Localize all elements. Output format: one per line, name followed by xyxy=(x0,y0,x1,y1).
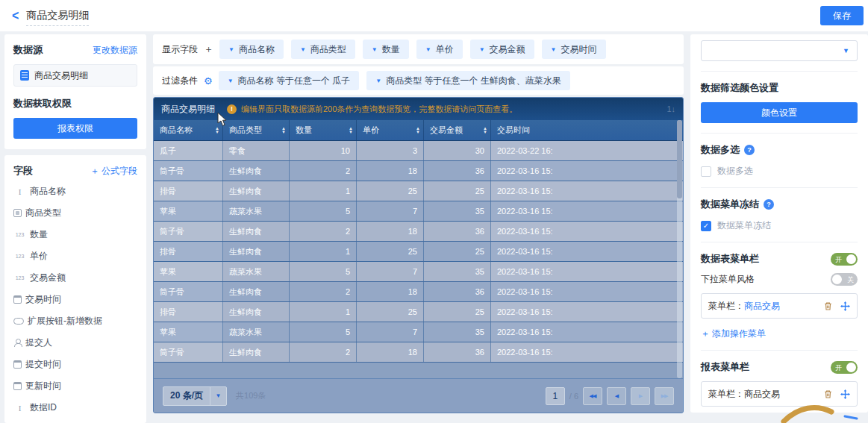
display-field-chip[interactable]: ▼交易时间 xyxy=(542,40,606,59)
person-icon xyxy=(13,339,22,347)
color-section-title: 数据筛选颜色设置 xyxy=(701,81,858,95)
table-cell: 筒子骨 xyxy=(154,282,223,301)
formula-field-label: 公式字段 xyxy=(102,165,137,178)
dropdown-style-toggle[interactable]: 关 xyxy=(831,273,858,286)
datasource-item[interactable]: 商品交易明细 xyxy=(13,64,137,87)
field-item[interactable]: 商品类型 xyxy=(13,202,137,224)
scrollbar-thumb[interactable] xyxy=(677,120,682,198)
field-item[interactable]: 提交时间 xyxy=(13,354,137,375)
table-row[interactable]: 排骨生鲜肉食125252022-03-16 15: xyxy=(154,302,683,322)
add-display-field-button[interactable]: ＋ xyxy=(204,43,213,56)
last-page-button[interactable]: ▶▶ xyxy=(655,387,674,405)
filter-chip[interactable]: ▼商品名称 等于任意一个 瓜子 xyxy=(219,71,360,90)
table-cell: 25 xyxy=(357,242,424,261)
display-field-chip[interactable]: ▼商品名称 xyxy=(219,40,284,59)
current-page-input[interactable]: 1 xyxy=(546,387,565,405)
chevron-down-icon: ▼ xyxy=(300,46,306,53)
field-label: 商品类型 xyxy=(25,207,61,219)
prev-page-button[interactable]: ◀ xyxy=(607,387,626,405)
report-permission-button[interactable]: 报表权限 xyxy=(13,118,137,139)
table-row[interactable]: 排骨生鲜肉食125252022-03-16 15: xyxy=(154,181,683,201)
table-cell: 18 xyxy=(357,282,424,301)
field-item[interactable]: 更新时间 xyxy=(13,375,137,397)
sort-icon[interactable]: ▲▼ xyxy=(349,127,353,134)
table-row[interactable]: 排骨生鲜肉食125252022-03-16 15: xyxy=(154,242,683,262)
field-label: 更新时间 xyxy=(25,380,61,392)
table-menu-item[interactable]: 菜单栏： 商品交易 xyxy=(701,293,858,319)
date-icon xyxy=(13,382,22,390)
add-action-menu-link[interactable]: ＋ 添加操作菜单 xyxy=(701,328,766,340)
first-page-button[interactable]: ◀◀ xyxy=(583,387,602,405)
field-item[interactable]: 交易时间 xyxy=(13,289,137,310)
main-layout: 数据源 更改数据源 商品交易明细 数据获取权限 报表权限 字段 ＋ 公式字段 xyxy=(0,31,868,423)
table-cell: 筒子骨 xyxy=(154,342,223,362)
column-header[interactable]: 交易时间 xyxy=(491,120,684,140)
change-datasource-link[interactable]: 更改数据源 xyxy=(93,44,137,57)
table-row[interactable]: 瓜子零食103302022-03-22 16: xyxy=(154,141,683,161)
next-page-button[interactable]: ▶ xyxy=(631,387,650,405)
display-field-chip[interactable]: ▼单价 xyxy=(416,40,463,59)
move-icon[interactable] xyxy=(840,389,850,399)
checkbox-checked-icon[interactable]: ✓ xyxy=(701,221,711,231)
vertical-scrollbar[interactable] xyxy=(677,120,682,378)
column-header[interactable]: 商品名称▲▼ xyxy=(154,120,223,140)
checkbox-unchecked-icon[interactable] xyxy=(701,166,711,177)
table-row[interactable]: 筒子骨生鲜肉食218362022-03-16 15: xyxy=(154,342,683,363)
field-item[interactable]: 提交人 xyxy=(13,332,137,354)
field-item[interactable]: I数据ID xyxy=(13,397,137,419)
table-row[interactable]: 筒子骨生鲜肉食218362022-03-16 15: xyxy=(154,222,683,242)
field-item[interactable]: 123数量 xyxy=(13,224,137,245)
table-row[interactable]: 苹果蔬菜水果57352022-03-16 15: xyxy=(154,201,683,222)
plus-icon: ＋ xyxy=(701,328,710,340)
table-cell: 25 xyxy=(424,181,491,201)
save-button[interactable]: 保存 xyxy=(820,6,864,25)
table-row[interactable]: 筒子骨生鲜肉食218362022-03-16 15: xyxy=(154,282,683,302)
field-item[interactable]: I商品名称 xyxy=(13,181,137,202)
back-button[interactable]: < xyxy=(12,8,19,24)
column-header[interactable]: 单价▲▼ xyxy=(357,120,424,140)
table-menu-toggle[interactable]: 开 xyxy=(831,253,858,266)
table-cell: 35 xyxy=(424,262,491,281)
preview-title-bar: 商品交易明细 ! 编辑界面只取数据源前200条作为查询数据预览，完整数据请访问页… xyxy=(154,98,683,120)
field-label: 提交人 xyxy=(25,336,52,349)
column-header-label: 单价 xyxy=(363,125,379,136)
freeze-checkbox-label: 数据菜单冻结 xyxy=(717,219,771,232)
chevron-down-icon: ▼ xyxy=(425,46,431,53)
table-cell: 2 xyxy=(290,342,357,362)
help-icon[interactable]: ? xyxy=(764,199,774,210)
report-menu-item[interactable]: 菜单栏： 商品交易 xyxy=(701,381,858,407)
report-menu-toggle[interactable]: 开 xyxy=(831,361,858,374)
freeze-checkbox-row[interactable]: ✓ 数据菜单冻结 xyxy=(701,219,858,232)
help-icon[interactable]: ? xyxy=(744,145,755,155)
table-row[interactable]: 苹果蔬菜水果57352022-03-16 15: xyxy=(154,322,683,342)
sort-icon[interactable]: ▲▼ xyxy=(281,127,286,134)
column-header-label: 交易金额 xyxy=(430,125,463,136)
sort-icon[interactable]: ▲▼ xyxy=(483,127,487,134)
display-field-chip[interactable]: ▼交易金额 xyxy=(470,40,534,59)
trash-icon[interactable] xyxy=(823,301,833,311)
chevron-down-icon: ▼ xyxy=(479,46,485,53)
table-menu-section: 数据表菜单栏 开 xyxy=(701,252,858,266)
page-size-select[interactable]: 20 条/页 ▼ xyxy=(163,386,227,406)
sort-icon[interactable]: ▲▼ xyxy=(416,127,420,134)
display-field-chip[interactable]: ▼商品类型 xyxy=(291,40,355,59)
gear-icon[interactable]: ⚙ xyxy=(204,75,213,87)
field-item[interactable]: 扩展按钮-新增数据 xyxy=(13,310,137,332)
color-settings-button[interactable]: 颜色设置 xyxy=(701,102,858,123)
table-cell: 零食 xyxy=(223,141,290,160)
filter-chip[interactable]: ▼商品类型 等于任意一个 生鲜肉食、蔬菜水果 xyxy=(366,71,570,90)
style-select[interactable]: ▼ xyxy=(701,40,858,61)
move-icon[interactable] xyxy=(840,301,850,311)
display-field-chip[interactable]: ▼数量 xyxy=(363,40,409,59)
column-header[interactable]: 商品类型▲▼ xyxy=(223,120,290,140)
trash-icon[interactable] xyxy=(823,389,833,399)
field-item[interactable]: 123交易金额 xyxy=(13,267,137,289)
add-formula-field-link[interactable]: ＋ 公式字段 xyxy=(90,165,137,178)
column-header[interactable]: 数量▲▼ xyxy=(290,120,357,140)
multiselect-checkbox-row[interactable]: 数据多选 xyxy=(701,165,858,178)
sort-icon[interactable]: ▲▼ xyxy=(215,127,219,134)
table-row[interactable]: 筒子骨生鲜肉食218362022-03-16 15: xyxy=(154,161,683,181)
table-row[interactable]: 苹果蔬菜水果57352022-03-16 15: xyxy=(154,262,683,282)
column-header[interactable]: 交易金额▲▼ xyxy=(424,120,491,140)
field-item[interactable]: 123单价 xyxy=(13,245,137,267)
